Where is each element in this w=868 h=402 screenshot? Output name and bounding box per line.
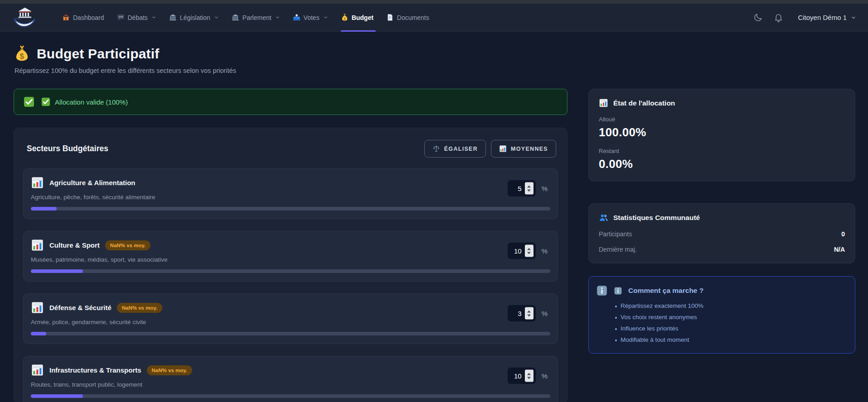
how-it-works-list: Répartissez exactement 100%Vos choix res… [614, 302, 846, 343]
nav-item-label: Votes [304, 14, 320, 21]
nav-item-legislation[interactable]: Législation [164, 4, 224, 32]
nav-item-dashboard[interactable]: Dashboard [57, 4, 109, 32]
user-name: Citoyen Démo 1 [798, 14, 847, 21]
info-icon [596, 285, 608, 297]
house-icon [62, 14, 70, 21]
sector-description: Musées, patrimoine, médias, sport, vie a… [31, 256, 507, 263]
stat-value: N/A [834, 246, 845, 253]
sector-vs-average-badge: NaN% vs moy. [105, 240, 150, 250]
nav-item-label: Budget [352, 14, 373, 21]
spin-down-icon[interactable] [527, 314, 531, 316]
bar-chart-icon [31, 239, 44, 252]
nav-item-votes[interactable]: Votes [288, 4, 333, 32]
moon-icon [753, 13, 763, 22]
sector-description: Routes, trains, transport public, logeme… [31, 381, 507, 388]
stat-row-derniere-maj: Dernière maj.N/A [599, 246, 845, 253]
sector-name: Défense & Sécurité [49, 304, 112, 311]
sector-card-agriculture-alimentation: Agriculture & Alimentation Agriculture, … [23, 168, 558, 219]
spin-up-icon[interactable] [527, 373, 531, 375]
chevron-down-icon [151, 15, 156, 20]
sector-progress-fill [31, 207, 57, 211]
nav-item-debats[interactable]: Débats [112, 4, 161, 32]
user-menu[interactable]: Citoyen Démo 1 [798, 14, 856, 21]
page-title: Budget Participatif [14, 45, 855, 62]
nav-item-parlement[interactable]: Parlement [227, 4, 285, 32]
number-spinner[interactable] [525, 245, 533, 257]
how-it-works-bullet: Vos choix restent anonymes [614, 314, 846, 321]
page-subtitle: Répartissez 100% du budget entre les dif… [15, 67, 855, 74]
hand-building-logo-icon [12, 7, 38, 28]
nav-item-label: Documents [397, 14, 429, 21]
moneybag-icon [341, 14, 349, 21]
spin-up-icon[interactable] [527, 310, 531, 312]
spin-down-icon[interactable] [527, 252, 531, 254]
chevron-down-icon [323, 15, 328, 20]
app-logo[interactable] [12, 7, 38, 28]
averages-label: MOYENNES [511, 146, 548, 152]
sector-name: Agriculture & Alimentation [49, 179, 135, 187]
sector-list: Agriculture & Alimentation Agriculture, … [23, 168, 558, 402]
averages-button[interactable]: MOYENNES [491, 140, 556, 158]
sector-progress-track [31, 207, 550, 211]
number-spinner[interactable] [525, 307, 533, 320]
bank-icon [169, 14, 177, 21]
remaining-label: Restant [599, 148, 845, 154]
page-content: Budget Participatif Répartissez 100% du … [0, 32, 868, 402]
spin-down-icon[interactable] [527, 377, 531, 379]
bar-chart-icon [599, 98, 608, 108]
page-title-text: Budget Participatif [37, 46, 160, 62]
sector-percentage-field [507, 367, 536, 384]
sector-card-infrastructures-transports: Infrastructures & Transports NaN% vs moy… [23, 356, 558, 402]
panel-actions: ÉGALISER MOYENNES [424, 140, 556, 158]
bar-chart-icon [31, 301, 44, 314]
number-spinner[interactable] [525, 182, 533, 195]
sector-vs-average-badge: NaN% vs moy. [117, 303, 162, 313]
sidebar: État de l'allocation Alloué 100.00% Rest… [588, 89, 855, 354]
sectors-panel-header: Secteurs Budgétaires ÉGALISER MOYENNES [23, 140, 558, 158]
community-stats-heading: Statistiques Communauté [599, 213, 845, 222]
spin-down-icon[interactable] [527, 189, 531, 191]
navbar: Dashboard Débats Législation Parlement V… [0, 4, 868, 32]
spin-up-icon[interactable] [527, 185, 531, 187]
allocation-state-heading: État de l'allocation [599, 98, 845, 108]
how-it-works-card: Comment ça marche ? Répartissez exacteme… [588, 276, 855, 354]
money-bag-icon [14, 45, 30, 62]
chevron-down-icon [851, 15, 856, 20]
sector-progress-track [31, 394, 550, 398]
nav-item-budget[interactable]: Budget [336, 4, 378, 32]
check-icon [24, 96, 34, 107]
sectors-panel: Secteurs Budgétaires ÉGALISER MOYENNES [14, 128, 567, 402]
allocation-state-card: État de l'allocation Alloué 100.00% Rest… [588, 89, 855, 182]
equalize-label: ÉGALISER [444, 146, 478, 152]
page-header: Budget Participatif Répartissez 100% du … [14, 45, 855, 74]
bar-chart-icon [31, 176, 44, 189]
bar-chart-icon [499, 145, 507, 153]
nav-item-label: Législation [180, 14, 210, 21]
equalize-button[interactable]: ÉGALISER [424, 140, 486, 158]
notifications-button[interactable] [770, 9, 787, 26]
number-spinner[interactable] [525, 370, 533, 382]
ballot-icon [293, 14, 301, 21]
banner-text: Allocation valide (100%) [55, 98, 128, 106]
stat-label: Dernière maj. [599, 246, 637, 253]
percent-unit: % [542, 310, 548, 317]
main-nav: Dashboard Débats Législation Parlement V… [57, 4, 434, 32]
community-stats-card: Statistiques Communauté Participants0Der… [588, 203, 855, 263]
bank-icon [232, 14, 239, 21]
nav-item-label: Parlement [242, 14, 272, 21]
nav-item-label: Débats [128, 14, 148, 21]
dark-mode-toggle[interactable] [750, 9, 766, 26]
sector-percentage-field [507, 180, 536, 197]
community-stats-rows: Participants0Dernière maj.N/A [599, 230, 845, 253]
nav-item-documents[interactable]: Documents [381, 4, 434, 32]
chevron-down-icon [214, 15, 219, 20]
sector-percentage-field [507, 305, 536, 322]
spin-up-icon[interactable] [527, 248, 531, 250]
sector-progress-fill [31, 269, 83, 273]
sector-progress-fill [31, 394, 83, 398]
info-icon [614, 287, 622, 295]
stat-label: Participants [599, 230, 632, 238]
sector-card-culture-sport: Culture & Sport NaN% vs moy. Musées, pat… [23, 231, 558, 282]
remaining-value: 0.00% [599, 157, 845, 171]
allocated-value: 100.00% [599, 125, 845, 139]
